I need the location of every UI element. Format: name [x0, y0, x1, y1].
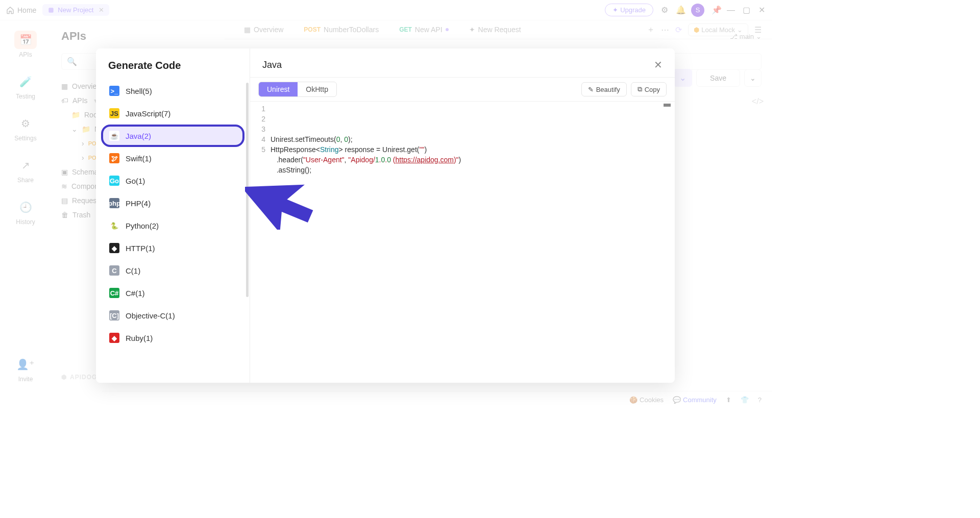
lang-label: Swift(1) — [126, 154, 152, 163]
library-tabs: Unirest OkHttp — [258, 82, 337, 97]
lang-item-http-[interactable]: ◆HTTP(1) — [101, 237, 244, 259]
lang-item-java-[interactable]: ☕Java(2) — [101, 125, 244, 147]
lang-icon: Go — [109, 176, 119, 186]
lang-icon: 🕊 — [109, 153, 119, 163]
lang-item-c-[interactable]: CC(1) — [101, 259, 244, 282]
lang-label: C(1) — [126, 266, 140, 275]
lib-tab-okhttp[interactable]: OkHttp — [298, 82, 336, 96]
lang-icon: php — [109, 198, 119, 208]
lang-label: HTTP(1) — [126, 244, 155, 253]
lang-label: Ruby(1) — [126, 334, 153, 342]
lang-icon: ◆ — [109, 243, 119, 253]
lang-icon: 🐍 — [109, 220, 119, 231]
lang-icon: C — [109, 265, 119, 276]
scrollbar[interactable] — [246, 83, 249, 297]
lang-icon: ☕ — [109, 131, 119, 141]
language-list: >_Shell(5)JSJavaScript(7)☕Java(2)🕊Swift(… — [96, 78, 250, 383]
lang-label: Java(2) — [126, 132, 151, 140]
generate-code-modal: Generate Code >_Shell(5)JSJavaScript(7)☕… — [96, 48, 675, 383]
scroll-indicator — [664, 104, 671, 107]
copy-icon: ⧉ — [638, 85, 642, 93]
beautify-button[interactable]: ✎ Beautify — [581, 82, 627, 96]
lang-item-ruby-[interactable]: ◆Ruby(1) — [101, 327, 244, 349]
modal-title: Generate Code — [96, 48, 250, 78]
lib-tab-unirest[interactable]: Unirest — [259, 82, 298, 96]
lang-label: JavaScript(7) — [126, 109, 170, 118]
lang-label: Python(2) — [126, 221, 159, 230]
close-icon[interactable]: ✕ — [654, 59, 663, 71]
code-editor[interactable]: 12345 Unirest.setTimeouts(0, 0);HttpResp… — [250, 102, 675, 383]
copy-button[interactable]: ⧉ Copy — [631, 82, 667, 96]
lang-icon: >_ — [109, 86, 119, 96]
lang-item-php-[interactable]: phpPHP(4) — [101, 192, 244, 214]
lang-item-shell-[interactable]: >_Shell(5) — [101, 80, 244, 102]
lang-item-c-[interactable]: C#C#(1) — [101, 282, 244, 304]
lang-item-python-[interactable]: 🐍Python(2) — [101, 214, 244, 237]
lang-label: C#(1) — [126, 289, 145, 298]
lang-icon: C# — [109, 288, 119, 298]
lang-icon: ◆ — [109, 333, 119, 343]
lang-item-go-[interactable]: GoGo(1) — [101, 169, 244, 192]
code-language-title: Java — [262, 60, 282, 70]
lang-item-swift-[interactable]: 🕊Swift(1) — [101, 147, 244, 169]
lang-label: PHP(4) — [126, 199, 151, 208]
lang-icon: JS — [109, 108, 119, 118]
lang-label: Objective-C(1) — [126, 311, 175, 320]
wand-icon: ✎ — [588, 86, 594, 93]
lang-item-javascript-[interactable]: JSJavaScript(7) — [101, 102, 244, 125]
lang-icon: [C] — [109, 310, 119, 320]
lang-item-objective-c-[interactable]: [C]Objective-C(1) — [101, 304, 244, 327]
lang-label: Go(1) — [126, 177, 145, 185]
lang-label: Shell(5) — [126, 87, 152, 95]
